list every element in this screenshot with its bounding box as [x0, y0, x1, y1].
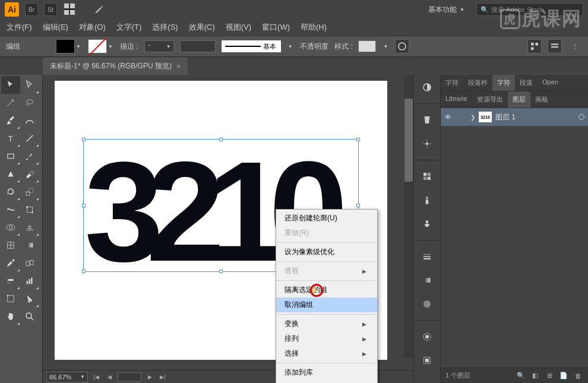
stroke-weight-input[interactable]: ⌃ ▼: [144, 40, 174, 52]
zoom-tool[interactable]: [20, 308, 39, 325]
stock-icon[interactable]: St: [44, 3, 57, 16]
lasso-tool[interactable]: [20, 94, 39, 112]
selection-handle[interactable]: [82, 270, 86, 273]
column-graph-tool[interactable]: [20, 272, 39, 290]
ctx-transform[interactable]: 变换▶: [276, 316, 377, 331]
menu-type[interactable]: 文字(T): [111, 20, 147, 35]
locate-object-icon[interactable]: 🔍: [516, 371, 526, 381]
transform-icon[interactable]: [548, 39, 562, 53]
stroke-swatch[interactable]: [88, 39, 107, 53]
make-clipping-mask-icon[interactable]: ◧: [530, 371, 540, 381]
new-layer-icon[interactable]: 📄: [558, 371, 569, 381]
tab-libraries[interactable]: Librarie: [441, 91, 472, 107]
tab-layers[interactable]: 图层: [508, 91, 530, 107]
menu-file[interactable]: 文件(F): [1, 20, 37, 35]
workspace-selector[interactable]: 基本功能 ▼: [422, 2, 470, 17]
vertical-scrollbar[interactable]: [404, 75, 413, 358]
selection-handle[interactable]: [219, 138, 223, 141]
shape-builder-tool[interactable]: [1, 219, 20, 236]
fill-dropdown[interactable]: ▼: [75, 39, 82, 53]
align-icon[interactable]: [527, 39, 542, 53]
visibility-toggle-icon[interactable]: 👁: [444, 113, 455, 122]
fill-swatch[interactable]: [56, 39, 75, 53]
stroke-dropdown[interactable]: ▼: [107, 39, 114, 53]
blend-tool[interactable]: [20, 254, 39, 272]
next-artboard-button[interactable]: ▶: [145, 372, 154, 382]
zoom-level-input[interactable]: 66.67% ▼: [46, 372, 88, 382]
ctx-ungroup[interactable]: 取消编组: [276, 297, 377, 312]
ctx-select[interactable]: 选择▶: [276, 346, 377, 361]
variable-width-profile[interactable]: [180, 40, 216, 52]
selection-handle[interactable]: [356, 204, 360, 207]
symbol-sprayer-tool[interactable]: [1, 272, 20, 290]
layer-name[interactable]: 图层 1: [495, 112, 575, 122]
selection-tool[interactable]: [1, 76, 20, 94]
ctx-collect-export[interactable]: 收集以导出▶: [276, 380, 377, 383]
menu-view[interactable]: 视图(V): [220, 20, 257, 35]
ctx-pixel-optimize[interactable]: 设为像素级优化: [276, 245, 377, 259]
tab-asset-export[interactable]: 资源导出: [472, 91, 508, 107]
magic-wand-tool[interactable]: [1, 94, 20, 112]
selection-handle[interactable]: [82, 204, 86, 207]
first-artboard-button[interactable]: |◀: [91, 372, 101, 382]
expand-layer-icon[interactable]: ❯: [470, 114, 475, 121]
gradient-tool[interactable]: [20, 236, 39, 254]
layer-target-icon[interactable]: [578, 114, 584, 120]
artboard-tool[interactable]: [1, 290, 20, 308]
menu-help[interactable]: 帮助(H): [295, 20, 332, 35]
swatches-panel-icon[interactable]: [419, 169, 435, 184]
scale-tool[interactable]: [20, 183, 39, 201]
tab-paragraph-short[interactable]: 段落柞: [463, 75, 492, 91]
properties-panel-icon[interactable]: [419, 112, 435, 128]
graphic-styles-panel-icon[interactable]: [419, 353, 435, 368]
recolor-icon[interactable]: [395, 39, 409, 53]
free-transform-tool[interactable]: [20, 201, 39, 219]
graphic-style[interactable]: [358, 40, 376, 52]
perspective-grid-tool[interactable]: [20, 219, 39, 236]
last-artboard-button[interactable]: ▶|: [158, 372, 167, 382]
stroke-panel-icon[interactable]: [419, 249, 435, 264]
appearance-panel-icon[interactable]: [419, 329, 435, 344]
tab-close-icon[interactable]: ×: [176, 62, 181, 71]
type-tool[interactable]: T: [1, 129, 20, 147]
prev-artboard-button[interactable]: ◀: [105, 372, 114, 382]
shaper-tool[interactable]: [1, 165, 20, 183]
hand-tool[interactable]: [1, 308, 20, 325]
curvature-tool[interactable]: [20, 112, 39, 129]
brush-dropdown[interactable]: ▼: [287, 39, 294, 53]
rectangle-tool[interactable]: [1, 147, 20, 165]
libraries-panel-icon[interactable]: [419, 136, 435, 151]
selection-handle[interactable]: [219, 270, 223, 273]
tab-character[interactable]: 字符: [441, 75, 463, 91]
menu-window[interactable]: 窗口(W): [257, 20, 295, 35]
more-options-icon[interactable]: ⋮: [568, 39, 582, 53]
tab-paragraph[interactable]: 段落: [515, 75, 538, 91]
document-tab-1[interactable]: 未标题-1* @ 66.67% (RGB/GPU 预览) ×: [43, 58, 188, 75]
brushes-panel-icon[interactable]: [419, 192, 435, 208]
tab-character-2[interactable]: 字符: [492, 75, 515, 91]
slice-tool[interactable]: [20, 290, 39, 308]
rotate-tool[interactable]: [1, 183, 20, 201]
ctx-add-to-library[interactable]: 添加到库: [276, 365, 377, 380]
width-tool[interactable]: [1, 201, 20, 219]
color-panel-icon[interactable]: [419, 80, 435, 95]
gradient-panel-icon[interactable]: [419, 273, 435, 288]
line-tool[interactable]: [20, 129, 39, 147]
delete-layer-icon[interactable]: 🗑: [573, 371, 583, 381]
eraser-tool[interactable]: [20, 165, 39, 183]
menu-effect[interactable]: 效果(C): [184, 20, 220, 35]
selection-handle[interactable]: [356, 138, 360, 141]
arrange-documents-icon[interactable]: [63, 3, 76, 16]
create-sublayer-icon[interactable]: ⊞: [544, 371, 555, 381]
direct-selection-tool[interactable]: [20, 76, 39, 94]
menu-select[interactable]: 选择(S): [147, 20, 183, 35]
menu-object[interactable]: 对象(O): [74, 20, 111, 35]
brush-definition[interactable]: 基本: [222, 40, 281, 52]
ctx-undo[interactable]: 还原创建轮廓(U): [276, 211, 377, 226]
ctx-isolate[interactable]: 隔离选定的组: [276, 283, 377, 297]
selection-handle[interactable]: [82, 138, 86, 141]
tab-artboards[interactable]: 画板: [530, 91, 553, 107]
transparency-panel-icon[interactable]: [419, 296, 435, 312]
menu-edit[interactable]: 编辑(E): [37, 20, 74, 35]
pen-tool[interactable]: [1, 112, 20, 129]
